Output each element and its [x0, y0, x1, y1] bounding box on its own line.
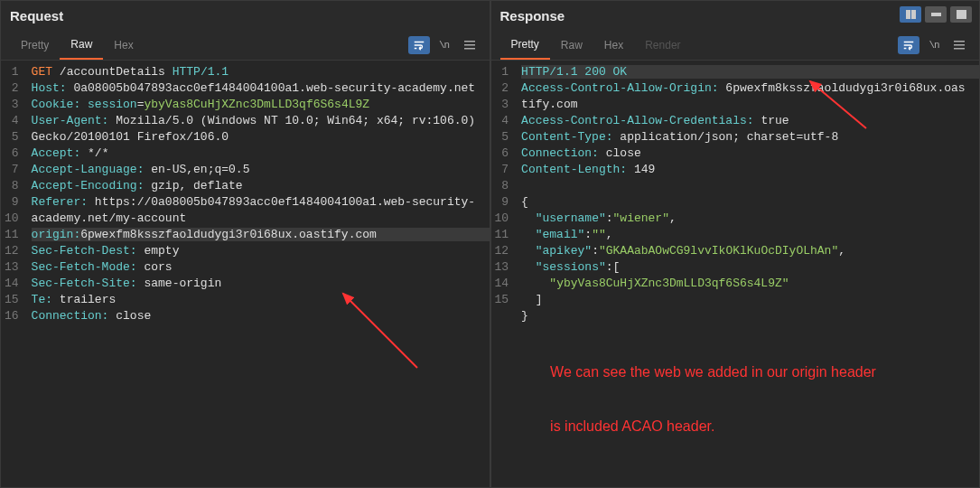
request-title: Request [1, 1, 490, 31]
tab-pretty[interactable]: Pretty [500, 31, 550, 60]
view-single[interactable] [950, 6, 972, 23]
svg-line-4 [343, 294, 417, 368]
response-body[interactable]: HTTP/1.1 200 OK Access-Control-Allow-Ori… [514, 61, 979, 487]
request-tabs: Pretty Raw Hex \n [1, 31, 490, 61]
svg-rect-6 [954, 44, 965, 46]
newline-icon[interactable]: \n [923, 36, 945, 54]
svg-rect-2 [464, 48, 475, 50]
svg-rect-5 [954, 41, 965, 42]
wrap-icon[interactable] [898, 36, 919, 54]
response-panel: Response Pretty Raw Hex Render \n 12 345… [490, 0, 981, 488]
tab-raw[interactable]: Raw [60, 31, 103, 60]
tab-render[interactable]: Render [634, 32, 691, 59]
svg-rect-1 [464, 44, 475, 46]
view-split-vertical[interactable] [900, 6, 921, 23]
response-gutter: 12 345 678 91011 121314 15 [491, 61, 515, 487]
svg-rect-0 [464, 41, 475, 42]
wrap-icon[interactable] [408, 36, 430, 54]
annotation-text: We can see the web we added in our origi… [550, 327, 876, 454]
tab-hex[interactable]: Hex [593, 32, 634, 59]
request-body[interactable]: GET /accountDetails HTTP/1.1 Host: 0a080… [24, 61, 490, 487]
menu-icon[interactable] [459, 36, 481, 54]
tab-raw[interactable]: Raw [550, 32, 593, 59]
tab-hex[interactable]: Hex [103, 32, 144, 59]
arrow-icon [336, 286, 426, 377]
response-tabs: Pretty Raw Hex Render \n [491, 31, 980, 61]
request-panel: Request Pretty Raw Hex \n 12 34 567 89 1… [0, 0, 490, 488]
response-code[interactable]: 12 345 678 91011 121314 15 HTTP/1.1 200 … [491, 61, 980, 487]
view-mode-buttons [900, 6, 972, 23]
tab-pretty[interactable]: Pretty [10, 32, 60, 59]
newline-icon[interactable]: \n [434, 36, 455, 54]
svg-rect-7 [954, 48, 965, 50]
view-split-horizontal[interactable] [925, 6, 947, 23]
request-gutter: 12 34 567 89 101112 131415 16 [1, 61, 24, 487]
menu-icon[interactable] [948, 36, 970, 54]
request-code[interactable]: 12 34 567 89 101112 131415 16 GET /accou… [1, 61, 490, 487]
